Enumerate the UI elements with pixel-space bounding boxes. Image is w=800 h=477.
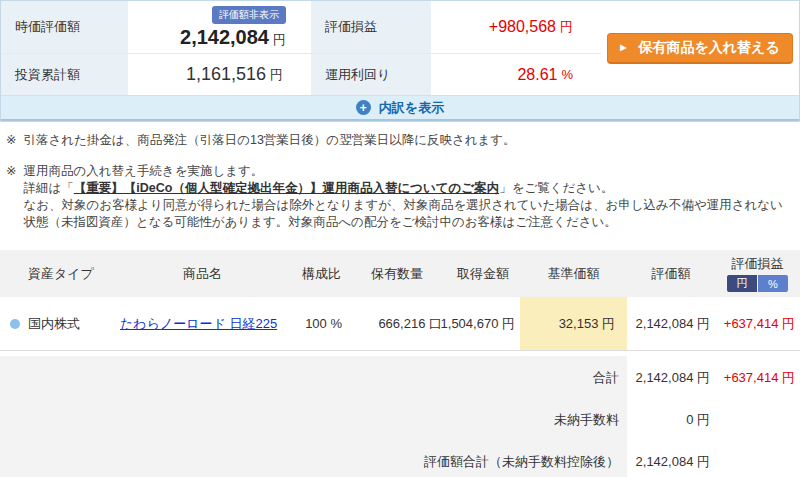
invested-unit: 円: [270, 66, 283, 84]
note-deposit-reflection: ※ 引落された掛金は、商品発注（引落日の13営業日後）の翌営業日以降に反映されま…: [6, 132, 794, 149]
invested-label: 投資累計額: [1, 54, 128, 95]
header-product-name: 商品名: [110, 250, 295, 297]
note-line: 詳細は「【重要】【iDeCo（個人型確定拠出年金）】運用商品入替についてのご案内…: [23, 180, 794, 197]
pl-unit-toggle-yen[interactable]: 円: [727, 275, 757, 292]
ideco-holdings-page: 時価評価額 評価額非表示 2,142,084円 評価損益 +980,568円 ▶…: [0, 0, 800, 477]
yield-unit: %: [561, 67, 573, 82]
nav-cell-highlighted: 32,153 円: [520, 297, 627, 350]
pl-value-cell: +980,568円: [431, 1, 601, 54]
holdings-table: 資産タイプ 商品名 構成比 保有数量 取得金額 基準価額 評価額 評価損益 円 …: [0, 250, 800, 477]
note-text: 詳細は「: [23, 181, 73, 195]
invested-value-cell: 1,161,516円: [128, 54, 311, 95]
unpaid-fee-value: 0 円: [627, 411, 715, 429]
table-summary: 合計 2,142,084 円 +637,414 円 未納手数料 0 円 評価額合…: [0, 356, 800, 477]
header-pl-label: 評価損益: [732, 255, 784, 273]
total-valuation: 2,142,084 円: [627, 369, 715, 387]
market-value: 2,142,084: [180, 26, 269, 48]
ratio-cell: 100 %: [295, 297, 348, 350]
pl-unit: 円: [560, 18, 573, 36]
swap-button-label: 保有商品を入れ替える: [638, 39, 779, 57]
total-row: 合計 2,142,084 円 +637,414 円: [0, 366, 800, 390]
pl-unit-toggle-percent[interactable]: %: [758, 275, 788, 292]
note-marker: ※: [6, 163, 16, 231]
breakdown-label: 内訳を表示: [379, 99, 444, 117]
total-label: 合計: [0, 369, 627, 387]
note-marker: ※: [6, 132, 16, 149]
header-pl: 評価損益 円 %: [715, 250, 800, 297]
table-row: 国内株式 たわらノーロード 日経225 100 % 666,216 口 1,50…: [0, 297, 800, 351]
asset-type-dot-icon: [10, 319, 20, 329]
plus-icon: +: [356, 100, 371, 115]
yield-value: 28.61: [517, 66, 557, 84]
total-after-fee-label: 評価額合計（未納手数料控除後）: [0, 453, 627, 471]
note-line: 運用商品の入れ替え手続きを実施します。: [23, 163, 794, 180]
unpaid-fee-label: 未納手数料: [0, 411, 627, 429]
note-text: 引落された掛金は、商品発注（引落日の13営業日後）の翌営業日以降に反映されます。: [23, 132, 515, 149]
header-asset-type: 資産タイプ: [0, 250, 110, 297]
pl-cell: +637,414 円: [715, 297, 800, 350]
note-product-swap: ※ 運用商品の入れ替え手続きを実施します。 詳細は「【重要】【iDeCo（個人型…: [6, 163, 794, 231]
yield-value-cell: 28.61%: [431, 54, 601, 95]
table-header-row: 資産タイプ 商品名 構成比 保有数量 取得金額 基準価額 評価額 評価損益 円 …: [0, 250, 800, 297]
header-nav: 基準価額: [520, 250, 627, 297]
market-value-label: 時価評価額: [1, 1, 128, 54]
product-name-cell: たわらノーロード 日経225: [110, 297, 295, 350]
header-acquisition: 取得金額: [446, 250, 520, 297]
total-pl: +637,414 円: [715, 369, 800, 387]
total-after-fee-value: 2,142,084 円: [627, 453, 715, 471]
note-line: なお、対象のお客様より同意が得られた場合は除外となりますが、対象商品を選択されて…: [23, 197, 794, 231]
arrow-right-icon: ▶: [620, 43, 626, 52]
product-swap-guide-link[interactable]: 【重要】【iDeCo（個人型確定拠出年金）】運用商品入替についてのご案内: [74, 181, 499, 195]
swap-products-button[interactable]: ▶ 保有商品を入れ替える: [607, 33, 793, 64]
show-breakdown-toggle[interactable]: + 内訳を表示: [1, 95, 799, 121]
header-quantity: 保有数量: [348, 250, 446, 297]
invested-value: 1,161,516: [186, 64, 266, 85]
valuation-cell: 2,142,084 円: [627, 297, 715, 350]
yield-label: 運用利回り: [311, 54, 431, 95]
hidden-valuation-badge: 評価額非表示: [212, 6, 286, 24]
swap-button-area: ▶ 保有商品を入れ替える: [601, 1, 799, 95]
valuation-summary-panel: 時価評価額 評価額非表示 2,142,084円 評価損益 +980,568円 ▶…: [0, 0, 800, 122]
unpaid-fee-row: 未納手数料 0 円: [0, 408, 800, 432]
market-value-unit: 円: [273, 32, 286, 47]
market-value-cell: 評価額非表示 2,142,084円: [128, 1, 311, 54]
notes-section: ※ 引落された掛金は、商品発注（引落日の13営業日後）の翌営業日以降に反映されま…: [0, 122, 800, 231]
header-valuation: 評価額: [627, 250, 715, 297]
pl-label: 評価損益: [311, 1, 431, 54]
quantity-cell: 666,216 口: [348, 297, 446, 350]
pl-unit-toggle: 円 %: [727, 275, 788, 292]
acquisition-cell: 1,504,670 円: [446, 297, 520, 350]
pl-value: +980,568: [489, 18, 556, 36]
product-name-link[interactable]: たわらノーロード 日経225: [120, 315, 277, 333]
note-text: 」をご覧ください。: [499, 181, 613, 195]
header-ratio: 構成比: [295, 250, 348, 297]
asset-type-value: 国内株式: [28, 315, 80, 333]
total-after-fee-row: 評価額合計（未納手数料控除後） 2,142,084 円: [0, 450, 800, 474]
asset-type-cell: 国内株式: [0, 297, 110, 350]
